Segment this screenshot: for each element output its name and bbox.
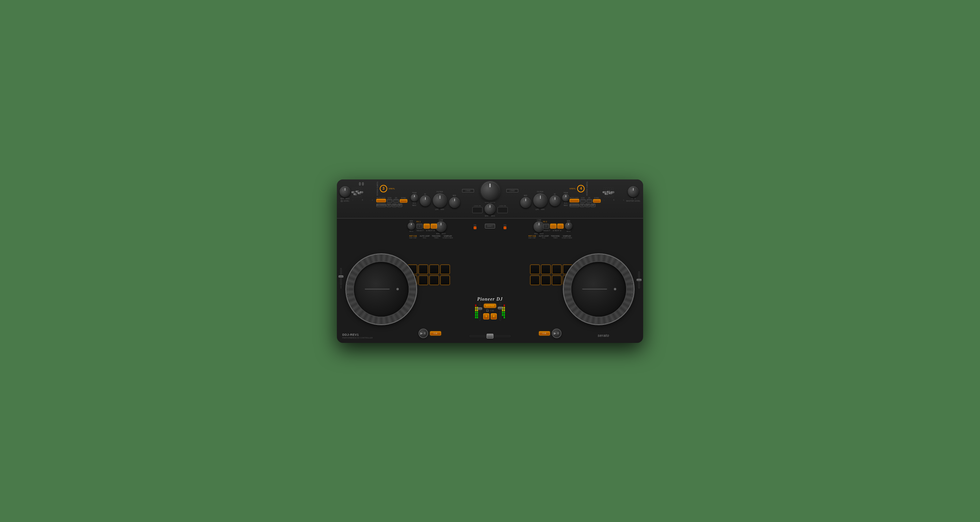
master-level-knob[interactable] bbox=[628, 186, 639, 197]
channel1-fader[interactable] bbox=[479, 302, 480, 321]
headphone-jack2 bbox=[362, 182, 364, 185]
pad-left-4[interactable] bbox=[440, 265, 450, 274]
deck-left-badge: 3 bbox=[380, 185, 387, 192]
in-right-btn[interactable]: IN bbox=[580, 204, 585, 207]
in-left-btn[interactable]: IN bbox=[387, 204, 391, 207]
ch2-btn[interactable]: 2 bbox=[491, 313, 497, 319]
mid-left-knob[interactable] bbox=[449, 197, 460, 208]
pad-left-2[interactable] bbox=[418, 265, 428, 274]
sync-left-btn[interactable] bbox=[400, 199, 407, 203]
auto-loop-left-btn[interactable] bbox=[376, 199, 386, 202]
search-label-left: ◄ SEARCH ► bbox=[347, 282, 349, 297]
deck-vinyl-label-r: VINYL bbox=[570, 188, 576, 190]
lock-on-left[interactable] bbox=[472, 207, 482, 213]
fx2-level-knob[interactable] bbox=[565, 222, 572, 230]
filter-left-knob[interactable] bbox=[433, 193, 447, 208]
out-right-btn[interactable]: OUT bbox=[585, 204, 590, 207]
auto-loop-right-btn[interactable] bbox=[570, 199, 579, 202]
browse-knob[interactable] bbox=[481, 182, 500, 200]
half-speed-left-btn[interactable] bbox=[387, 199, 392, 203]
reloop-right-btn[interactable]: RELOOP/EXIT bbox=[570, 204, 579, 207]
pad-right-3[interactable] bbox=[552, 265, 562, 274]
pad-left-3[interactable] bbox=[430, 265, 439, 274]
lock-on-right[interactable] bbox=[498, 207, 508, 213]
pad-right-7[interactable] bbox=[552, 276, 562, 285]
trim-right-knob[interactable] bbox=[562, 194, 570, 201]
off-right-btn[interactable]: OFF bbox=[591, 204, 595, 207]
out-left-btn[interactable]: OUT bbox=[392, 204, 397, 207]
reloop-left-btn[interactable]: RELOOP/EXIT bbox=[376, 204, 386, 207]
pad-right-5[interactable] bbox=[530, 276, 540, 285]
level-label: 🎧 LEVEL bbox=[340, 200, 349, 202]
eq-fader-1[interactable] bbox=[353, 187, 353, 198]
pad-right-6[interactable] bbox=[541, 276, 550, 285]
fx1-btn3[interactable]: 3 bbox=[431, 224, 437, 228]
load-left-btn[interactable]: LOAD bbox=[462, 189, 474, 192]
shift-btn[interactable]: SHIFT bbox=[485, 224, 495, 228]
pad-right-2[interactable] bbox=[541, 265, 550, 274]
off-left-btn[interactable]: OFF bbox=[398, 204, 402, 207]
play-left-btn[interactable]: ▶⏸ bbox=[418, 329, 428, 338]
jog-wheel-right-container: ◄ SEARCH ► bbox=[564, 254, 633, 324]
headphone-jack bbox=[359, 182, 361, 185]
double-speed-right-btn[interactable] bbox=[587, 199, 592, 203]
hi-right-knob[interactable] bbox=[550, 195, 560, 206]
fx1-btn2[interactable]: 2 bbox=[424, 224, 430, 228]
fx1-level-knob[interactable] bbox=[408, 222, 415, 230]
serato-label: serato bbox=[598, 332, 609, 338]
level-depth-knob[interactable] bbox=[485, 204, 495, 214]
fx1-label: FX 1 bbox=[417, 221, 437, 223]
filter-right-knob[interactable] bbox=[533, 193, 547, 208]
cue-left-btn[interactable]: CUE bbox=[430, 331, 441, 335]
double-speed-left-btn[interactable] bbox=[393, 199, 399, 203]
sync-right-btn[interactable] bbox=[593, 199, 601, 203]
trim-left-label: TRIM bbox=[412, 192, 417, 194]
pitch-slider-left[interactable] bbox=[340, 268, 342, 285]
fx1-select-btn[interactable]: 1 bbox=[417, 224, 423, 228]
eq-fader-r1[interactable] bbox=[604, 187, 605, 198]
deck-vinyl-label: VINYL bbox=[388, 188, 395, 190]
eq-fader-r5[interactable] bbox=[612, 187, 613, 198]
pad-right-1[interactable] bbox=[530, 265, 540, 274]
tempo-range-right: TEMPO RANGE bbox=[586, 182, 588, 196]
eq-fader-2[interactable] bbox=[355, 187, 356, 198]
headphone-level-knob[interactable] bbox=[340, 186, 350, 197]
dj-controller: MIN MAX 🎧 LEVEL bbox=[337, 179, 643, 343]
cue-right-btn[interactable]: CUE bbox=[539, 331, 550, 335]
channel2-fader[interactable] bbox=[500, 302, 501, 321]
eq-fader-5[interactable] bbox=[361, 187, 362, 198]
max-label: MAX bbox=[346, 198, 350, 200]
jog-wheel-left-container: ◄ SEARCH ► bbox=[347, 254, 416, 324]
ch1-btn[interactable]: 1 bbox=[483, 313, 489, 319]
mid-right-knob[interactable] bbox=[520, 197, 531, 208]
pad-left-8[interactable] bbox=[440, 276, 450, 285]
crossfader[interactable] bbox=[469, 335, 511, 337]
brand-logo: Pioneer DJ bbox=[477, 297, 503, 302]
deck-right-badge: 4 bbox=[577, 185, 585, 192]
pad-left-6[interactable] bbox=[418, 276, 428, 285]
pitch-slider-right[interactable] bbox=[638, 271, 640, 288]
fx2-btn2[interactable]: 2 bbox=[550, 224, 556, 228]
model-label: DDJ-REV1 PERFORMANCE DJ CONTROLLER bbox=[342, 333, 372, 339]
min-label: MIN bbox=[340, 198, 344, 200]
load-right-btn[interactable]: LOAD bbox=[506, 189, 518, 192]
tempo-range-left: TEMPO RANGE bbox=[376, 182, 379, 196]
pad-left-7[interactable] bbox=[430, 276, 439, 285]
play-right-btn[interactable]: ▶⏸ bbox=[552, 329, 562, 338]
fx2-label: FX 2 bbox=[543, 221, 563, 223]
master-btn[interactable]: MASTER bbox=[484, 304, 496, 308]
search-label-right: ◄ SEARCH ► bbox=[631, 282, 633, 297]
half-speed-right-btn[interactable] bbox=[580, 199, 585, 203]
hi-left-label: HI bbox=[424, 193, 426, 195]
fx2-select-btn[interactable]: 1 bbox=[543, 224, 549, 228]
trim-left-knob[interactable] bbox=[411, 194, 418, 201]
hi-left-knob[interactable] bbox=[420, 195, 431, 206]
fx2-btn3[interactable]: 3 bbox=[557, 224, 563, 228]
